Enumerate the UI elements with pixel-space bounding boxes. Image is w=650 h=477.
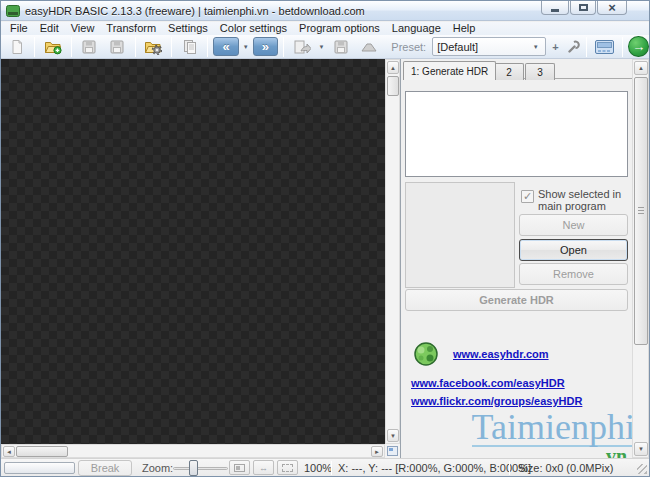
- arrow-right-icon: ►: [374, 449, 380, 455]
- pan-navigator-button[interactable]: [385, 444, 400, 458]
- zoom-slider-track[interactable]: [173, 467, 228, 470]
- image-list[interactable]: [405, 91, 628, 177]
- manage-presets-button[interactable]: [565, 38, 581, 56]
- menu-edit[interactable]: Edit: [34, 22, 65, 35]
- panel-scroll-down-button[interactable]: ▼: [634, 442, 648, 456]
- next-step-button[interactable]: »: [253, 37, 278, 56]
- export-icon: [293, 39, 311, 55]
- menu-color-settings[interactable]: Color settings: [214, 22, 293, 35]
- menu-bar: File Edit View Transform Settings Color …: [1, 22, 649, 35]
- toolbar-separator: [135, 37, 136, 57]
- cursor-coordinates: X: ---, Y: --- [R:000%, G:000%, B:000%]: [338, 462, 531, 474]
- arrow-up-icon: ▲: [390, 65, 396, 71]
- open-button[interactable]: Open: [519, 239, 628, 261]
- generate-hdr-button[interactable]: Generate HDR: [405, 289, 628, 311]
- export-button[interactable]: [289, 36, 314, 58]
- menu-file[interactable]: File: [4, 22, 34, 35]
- arrow-down-icon: ▼: [638, 446, 644, 452]
- maximize-button[interactable]: [570, 1, 596, 15]
- flatten-button[interactable]: [356, 36, 381, 58]
- minimize-button[interactable]: [541, 1, 569, 15]
- save-project-as-button[interactable]: [104, 36, 129, 58]
- resize-grip[interactable]: [637, 464, 647, 474]
- preset-label: Preset:: [391, 41, 426, 53]
- tab-2[interactable]: 2: [494, 63, 524, 80]
- easyhdr-logo: [412, 340, 440, 370]
- vertical-scroll-thumb[interactable]: [387, 76, 399, 96]
- taimienphi-watermark: Taimienphi .vn: [409, 409, 635, 447]
- break-button[interactable]: Break: [78, 460, 132, 476]
- previous-step-button[interactable]: «: [213, 37, 238, 56]
- zoom-percentage: 100%: [304, 462, 332, 474]
- next-icon: »: [262, 39, 269, 55]
- scroll-left-button[interactable]: ◄: [3, 446, 15, 457]
- thumbnail-preview: [405, 182, 515, 288]
- zoom-label: Zoom:: [142, 462, 173, 474]
- add-preset-button[interactable]: +: [548, 38, 564, 56]
- scroll-right-button[interactable]: ►: [371, 446, 383, 457]
- flickr-link[interactable]: www.flickr.com/groups/easyHDR: [411, 395, 582, 407]
- open-images-button[interactable]: [40, 36, 65, 58]
- generate-hdr-label: Generate HDR: [479, 294, 554, 306]
- toolbar-separator: [34, 37, 35, 57]
- menu-program-options[interactable]: Program options: [293, 22, 386, 35]
- zoom-actual-size-button[interactable]: [229, 460, 250, 475]
- scroll-down-button[interactable]: ▼: [387, 429, 399, 442]
- zoom-fit-width-button[interactable]: ↔: [253, 460, 274, 475]
- scroll-up-button[interactable]: ▲: [387, 61, 399, 74]
- new-button[interactable]: New: [519, 214, 628, 236]
- new-project-button[interactable]: [4, 36, 29, 58]
- preset-select[interactable]: [Default] ▼: [432, 37, 546, 56]
- flatten-icon: [360, 40, 378, 54]
- canvas-vertical-scrollbar[interactable]: ▲ ▼: [385, 59, 400, 444]
- tab-3[interactable]: 3: [525, 63, 555, 80]
- toolbar-separator: [207, 37, 208, 57]
- previous-icon: «: [222, 39, 229, 55]
- canvas-horizontal-scrollbar[interactable]: ◄ ►: [1, 444, 385, 458]
- export-dropdown-arrow[interactable]: ▼: [319, 44, 325, 50]
- open-folder-add-icon: [44, 39, 62, 55]
- show-selected-checkbox[interactable]: ✓: [521, 190, 534, 203]
- save-result-icon: [333, 39, 349, 55]
- copy-icon: [182, 39, 198, 55]
- previous-dropdown-arrow[interactable]: ▼: [243, 44, 249, 50]
- save-icon: [81, 39, 97, 55]
- copy-button[interactable]: [177, 36, 202, 58]
- save-project-button[interactable]: [77, 36, 102, 58]
- zoom-fit-selection-button[interactable]: [277, 460, 298, 475]
- close-button[interactable]: ×: [597, 1, 627, 15]
- panel-scrollbar[interactable]: ▲ ▼: [632, 59, 649, 458]
- status-bar: Break Zoom: ↔ 100% X: ---, Y: --- [R:000…: [1, 458, 649, 476]
- horizontal-scroll-thumb[interactable]: [16, 446, 68, 457]
- save-as-icon: [109, 39, 125, 55]
- preset-dropdown-arrow: ▼: [533, 44, 539, 50]
- panel-scroll-up-button[interactable]: ▲: [634, 61, 648, 75]
- panel-scroll-thumb[interactable]: [634, 77, 648, 345]
- zoom-slider-thumb[interactable]: [189, 460, 198, 476]
- image-size: Size: 0x0 (0.0MPix): [518, 462, 613, 474]
- new-document-icon: [9, 39, 25, 55]
- arrow-down-icon: ▼: [390, 433, 396, 439]
- app-window: easyHDR BASIC 2.13.3 (freeware) | taimie…: [0, 0, 650, 477]
- batch-processing-button[interactable]: [141, 36, 166, 58]
- tab-generate-hdr[interactable]: 1: Generate HDR: [403, 61, 496, 80]
- window-title: easyHDR BASIC 2.13.3 (freeware) | taimie…: [25, 5, 365, 17]
- remove-button[interactable]: Remove: [519, 263, 628, 285]
- menu-language[interactable]: Language: [386, 22, 447, 35]
- go-next-button[interactable]: →: [628, 36, 649, 57]
- arrow-up-icon: ▲: [638, 65, 644, 71]
- open-button-label: Open: [560, 244, 587, 256]
- facebook-link[interactable]: www.facebook.com/easyHDR: [411, 377, 565, 389]
- menu-settings[interactable]: Settings: [162, 22, 214, 35]
- remove-button-label: Remove: [553, 268, 594, 280]
- easyhdr-link[interactable]: www.easyhdr.com: [453, 348, 549, 360]
- preset-value: [Default]: [437, 41, 478, 53]
- save-result-button[interactable]: [329, 36, 354, 58]
- image-canvas[interactable]: [1, 59, 385, 444]
- toggle-panel-button[interactable]: [592, 36, 617, 58]
- menu-view[interactable]: View: [65, 22, 101, 35]
- tab-3-label: 3: [537, 67, 543, 78]
- menu-transform[interactable]: Transform: [100, 22, 162, 35]
- toolbar-separator: [283, 37, 284, 57]
- menu-help[interactable]: Help: [447, 22, 482, 35]
